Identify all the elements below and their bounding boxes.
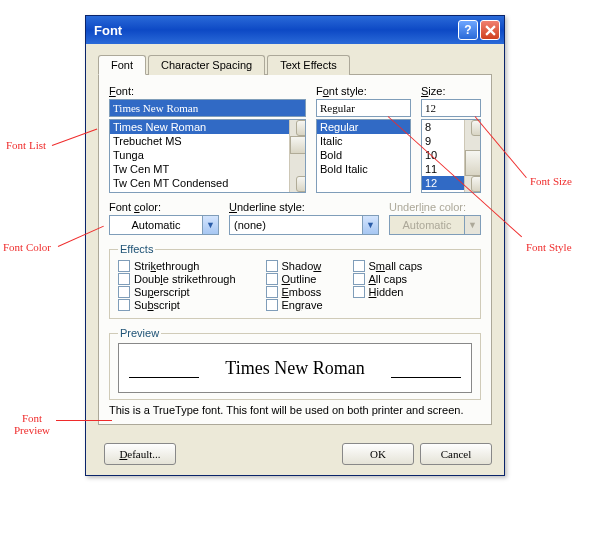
combo-value: (none) bbox=[230, 219, 362, 231]
font-listbox[interactable]: Times New Roman Trebuchet MS Tunga Tw Ce… bbox=[109, 119, 306, 193]
underline-color-combo: Automatic ▼ bbox=[389, 215, 481, 235]
scroll-thumb[interactable] bbox=[465, 150, 481, 176]
checkbox-subscript[interactable]: Subscript bbox=[118, 299, 236, 311]
list-item[interactable]: Trebuchet MS bbox=[110, 134, 289, 148]
effects-legend: Effects bbox=[118, 243, 155, 255]
cancel-button[interactable]: Cancel bbox=[420, 443, 492, 465]
checkbox-outline[interactable]: Outline bbox=[266, 273, 323, 285]
font-style-label: Font style: bbox=[316, 85, 411, 97]
font-label: Font: bbox=[109, 85, 306, 97]
underline-style-label: Underline style: bbox=[229, 201, 379, 213]
font-input[interactable] bbox=[109, 99, 306, 117]
callout-font-preview: Font Preview bbox=[14, 412, 50, 436]
checkbox-all-caps[interactable]: All caps bbox=[353, 273, 423, 285]
default-button[interactable]: Default... bbox=[104, 443, 176, 465]
titlebar: Font ? bbox=[86, 16, 504, 44]
tab-character-spacing[interactable]: Character Spacing bbox=[148, 55, 265, 75]
close-button[interactable] bbox=[480, 20, 500, 40]
window-title: Font bbox=[94, 23, 122, 38]
scroll-thumb[interactable] bbox=[290, 136, 306, 154]
size-listbox[interactable]: 8 9 10 11 12 ▲ ▼ bbox=[421, 119, 481, 193]
checkbox-shadow[interactable]: Shadow bbox=[266, 260, 323, 272]
scroll-down-icon[interactable]: ▼ bbox=[296, 176, 306, 192]
chevron-down-icon: ▼ bbox=[202, 216, 218, 234]
underline-style-combo[interactable]: (none) ▼ bbox=[229, 215, 379, 235]
list-item[interactable]: Tunga bbox=[110, 148, 289, 162]
preview-text: Times New Roman bbox=[225, 358, 364, 379]
font-style-listbox[interactable]: Regular Italic Bold Bold Italic bbox=[316, 119, 411, 193]
list-item[interactable]: Tw Cen MT Condensed bbox=[110, 176, 289, 190]
list-item[interactable]: Times New Roman bbox=[110, 120, 289, 134]
list-item[interactable]: Bold Italic bbox=[317, 162, 410, 176]
button-bar: Default... OK Cancel bbox=[86, 435, 504, 475]
tab-text-effects[interactable]: Text Effects bbox=[267, 55, 350, 75]
close-icon bbox=[485, 25, 496, 36]
callout-line bbox=[56, 420, 112, 421]
scroll-up-icon[interactable]: ▲ bbox=[296, 120, 306, 136]
checkbox-emboss[interactable]: Emboss bbox=[266, 286, 323, 298]
font-color-label: Font color: bbox=[109, 201, 219, 213]
tab-panel-font: Font: Times New Roman Trebuchet MS Tunga… bbox=[98, 74, 492, 425]
checkbox-double-strikethrough[interactable]: Double strikethrough bbox=[118, 273, 236, 285]
font-color-combo[interactable]: Automatic ▼ bbox=[109, 215, 219, 235]
callout-font-size: Font Size bbox=[530, 175, 572, 187]
list-item[interactable]: 8 bbox=[422, 120, 464, 134]
list-item[interactable]: Tw Cen MT bbox=[110, 162, 289, 176]
list-item[interactable]: 9 bbox=[422, 134, 464, 148]
list-item[interactable]: Italic bbox=[317, 134, 410, 148]
scrollbar[interactable]: ▲ ▼ bbox=[464, 120, 480, 192]
tab-strip: Font Character Spacing Text Effects bbox=[98, 54, 492, 75]
callout-font-color: Font Color bbox=[3, 241, 51, 253]
preview-group: Preview Times New Roman bbox=[109, 327, 481, 400]
list-item[interactable]: 11 bbox=[422, 162, 464, 176]
checkbox-superscript[interactable]: Superscript bbox=[118, 286, 236, 298]
scroll-down-icon[interactable]: ▼ bbox=[471, 176, 481, 192]
callout-font-style: Font Style bbox=[526, 241, 572, 253]
checkbox-hidden[interactable]: Hidden bbox=[353, 286, 423, 298]
underline-color-label: Underline color: bbox=[389, 201, 481, 213]
callout-font-list: Font List bbox=[6, 139, 46, 151]
effects-group: Effects Strikethrough Double strikethrou… bbox=[109, 243, 481, 319]
size-input[interactable] bbox=[421, 99, 481, 117]
combo-value: Automatic bbox=[390, 219, 464, 231]
chevron-down-icon: ▼ bbox=[362, 216, 378, 234]
ok-button[interactable]: OK bbox=[342, 443, 414, 465]
checkbox-strikethrough[interactable]: Strikethrough bbox=[118, 260, 236, 272]
checkbox-small-caps[interactable]: Small caps bbox=[353, 260, 423, 272]
font-note: This is a TrueType font. This font will … bbox=[109, 404, 481, 416]
size-label: Size: bbox=[421, 85, 481, 97]
preview-box: Times New Roman bbox=[118, 343, 472, 393]
font-style-input[interactable] bbox=[316, 99, 411, 117]
help-button[interactable]: ? bbox=[458, 20, 478, 40]
font-dialog: Font ? Font Character Spacing Text Effec… bbox=[85, 15, 505, 476]
checkbox-engrave[interactable]: Engrave bbox=[266, 299, 323, 311]
list-item[interactable]: Bold bbox=[317, 148, 410, 162]
list-item[interactable]: 10 bbox=[422, 148, 464, 162]
chevron-down-icon: ▼ bbox=[464, 216, 480, 234]
scrollbar[interactable]: ▲ ▼ bbox=[289, 120, 305, 192]
combo-value: Automatic bbox=[110, 219, 202, 231]
preview-legend: Preview bbox=[118, 327, 161, 339]
tab-font[interactable]: Font bbox=[98, 55, 146, 75]
